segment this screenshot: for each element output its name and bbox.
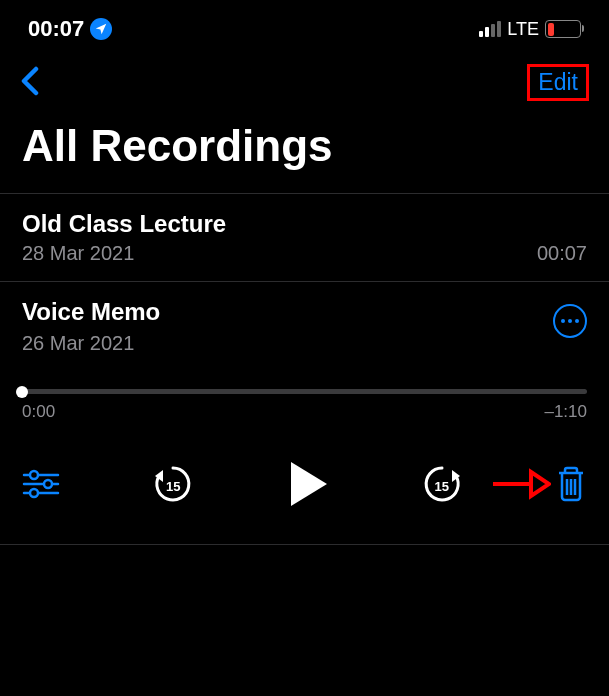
back-button[interactable] bbox=[20, 66, 40, 100]
skip-back-button[interactable]: 15 bbox=[151, 462, 195, 510]
recording-date: 28 Mar 2021 bbox=[22, 242, 134, 265]
recording-item-selected[interactable]: Voice Memo 26 Mar 2021 bbox=[0, 282, 609, 371]
recording-duration: 00:07 bbox=[537, 242, 587, 265]
status-time: 00:07 bbox=[28, 16, 84, 42]
elapsed-time: 0:00 bbox=[22, 402, 55, 422]
skip-forward-button[interactable]: 15 bbox=[420, 462, 464, 510]
recording-item[interactable]: Old Class Lecture 28 Mar 2021 00:07 bbox=[0, 194, 609, 281]
battery-icon bbox=[545, 20, 581, 38]
options-button[interactable] bbox=[22, 469, 60, 503]
recording-title: Old Class Lecture bbox=[22, 210, 226, 238]
location-icon bbox=[90, 18, 112, 40]
page-title: All Recordings bbox=[0, 117, 609, 193]
remaining-time: –1:10 bbox=[544, 402, 587, 422]
skip-seconds: 15 bbox=[435, 479, 449, 494]
skip-seconds: 15 bbox=[166, 479, 180, 494]
ellipsis-icon bbox=[561, 319, 579, 323]
recording-date: 26 Mar 2021 bbox=[22, 332, 134, 355]
svg-point-1 bbox=[30, 471, 38, 479]
recording-title: Voice Memo bbox=[22, 298, 160, 325]
scrubber-thumb[interactable] bbox=[16, 386, 28, 398]
arrow-annotation-icon bbox=[489, 466, 551, 506]
playback-scrubber[interactable]: 0:00 –1:10 bbox=[0, 371, 609, 426]
svg-point-3 bbox=[44, 480, 52, 488]
status-bar: 00:07 LTE bbox=[0, 0, 609, 56]
signal-icon bbox=[479, 21, 501, 37]
delete-button[interactable] bbox=[555, 465, 587, 507]
more-button[interactable] bbox=[553, 304, 587, 338]
svg-marker-10 bbox=[531, 472, 549, 496]
play-button[interactable] bbox=[287, 460, 329, 512]
svg-point-5 bbox=[30, 489, 38, 497]
svg-marker-7 bbox=[291, 462, 327, 506]
edit-button[interactable]: Edit bbox=[527, 64, 589, 101]
network-label: LTE bbox=[507, 19, 539, 40]
